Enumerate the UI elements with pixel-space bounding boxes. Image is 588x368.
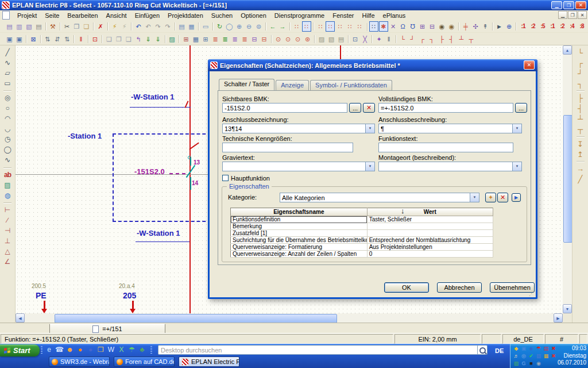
dropdown-arrow-icon[interactable]: ▼: [365, 124, 374, 133]
copy[interactable]: ❐: [72, 21, 82, 32]
graphical-preview[interactable]: ▭: [201, 21, 210, 32]
quicklaunch-app-blue[interactable]: ●: [86, 346, 95, 354]
connection-definition-point[interactable]: ✣: [471, 21, 480, 32]
property-value-cell[interactable]: [367, 223, 493, 230]
scroll-up-button[interactable]: ▲: [563, 45, 572, 55]
dropdown-arrow-icon[interactable]: ▼: [365, 162, 374, 171]
horizontal-scroll-thumb[interactable]: [55, 314, 337, 323]
sichtbares-bmk-field[interactable]: [222, 103, 347, 113]
sync-up[interactable]: ⇵: [53, 34, 62, 44]
property-name-cell[interactable]: Querverweisanzeige: Formatierung: [231, 244, 368, 251]
dimension-baseline[interactable]: ⊥: [2, 236, 13, 246]
resize-grip[interactable]: ⋰: [529, 290, 535, 297]
zoom-in[interactable]: ⊕: [235, 21, 244, 32]
parts-selection[interactable]: ✦: [374, 34, 384, 44]
property-delete-button[interactable]: ✕: [497, 193, 508, 202]
dialog-title-bar[interactable]: Eigenschaften (Schaltzeichen): Allgemein…: [208, 59, 537, 71]
vollstaendiges-bmk-browse-button[interactable]: ...: [515, 103, 527, 113]
tab-anzeige[interactable]: Anzeige: [276, 80, 309, 90]
scroll-right-button[interactable]: ▶: [554, 313, 563, 323]
menu-projektdaten[interactable]: Projektdaten: [164, 12, 207, 20]
page-new[interactable]: ❏: [105, 34, 114, 44]
t-node-down[interactable]: ┬: [467, 34, 476, 44]
window-new[interactable]: ▣: [15, 34, 24, 44]
tray-search[interactable]: ◎: [520, 352, 527, 359]
draw-line[interactable]: ╱: [2, 48, 13, 57]
tab-symbol-funktionsdaten[interactable]: Symbol- / Funktionsdaten: [310, 80, 392, 90]
scale-2-1[interactable]: :1: [548, 21, 557, 32]
quicklaunch-word[interactable]: W: [107, 346, 115, 354]
corner-down-left[interactable]: └: [575, 48, 586, 57]
tray-error[interactable]: ✖: [550, 345, 557, 352]
menu-hilfe[interactable]: Hilfe: [358, 12, 379, 20]
zoom-window[interactable]: ◯: [225, 21, 234, 32]
property-row[interactable]: Funktionsdefinition Taster, Schließer: [231, 216, 493, 223]
property-row[interactable]: Bemerkung: [231, 223, 493, 230]
menu-suchen[interactable]: Suchen: [207, 12, 237, 20]
property-name-cell[interactable]: Suchrichtung für die Übernahme des Betri…: [231, 237, 368, 244]
pointer-mode[interactable]: ►: [495, 21, 504, 32]
menu-projekt[interactable]: Projekt: [13, 12, 41, 20]
dropdown-arrow-icon[interactable]: ▼: [512, 124, 521, 133]
corner-up-left[interactable]: ┌: [575, 58, 586, 68]
language-indicator[interactable]: DE: [495, 347, 504, 354]
cable-label-bottom[interactable]: -W-Station 1: [137, 229, 180, 237]
child-close-button[interactable]: ✕: [578, 11, 587, 19]
station-box-label[interactable]: -Station 1: [68, 132, 102, 140]
interruption-point[interactable]: ↥: [575, 150, 586, 159]
property-value-cell[interactable]: [367, 230, 493, 237]
quicklaunch-umbrella[interactable]: ☂: [127, 346, 136, 354]
macro-box[interactable]: ⊟: [428, 21, 437, 32]
device-navigator[interactable]: ⊞: [181, 34, 191, 44]
device-tag-label[interactable]: -151S2.0: [134, 167, 165, 176]
grid-snap[interactable]: ∷: [302, 21, 311, 32]
minimize-button[interactable]: ▁: [551, 1, 562, 9]
structure-box[interactable]: [113, 133, 211, 222]
terminal-navigator[interactable]: ▦: [191, 34, 200, 44]
redo[interactable]: ↷: [153, 21, 163, 32]
project-close[interactable]: ▧: [25, 21, 34, 32]
object-snap[interactable]: ✱: [379, 21, 388, 32]
corner-up-right[interactable]: ┐: [428, 34, 437, 44]
menu-optionen[interactable]: Optionen: [237, 12, 270, 20]
property-name-cell[interactable]: Funktionsdefinition: [231, 216, 368, 223]
taskbar-button-eplan[interactable]: EPLAN Electric P8 - S...: [179, 356, 239, 367]
potential-label-205[interactable]: 205: [123, 291, 136, 300]
desktop-search-input[interactable]: [158, 345, 481, 355]
grid-size-4[interactable]: ∷: [345, 21, 354, 32]
menu-fenster[interactable]: Fenster: [328, 12, 358, 20]
graviertext-combo[interactable]: ▼: [222, 162, 375, 171]
menu-eplanus[interactable]: ePlanus: [379, 12, 410, 20]
draw-polyline[interactable]: ∿: [2, 58, 13, 68]
terminal-strip[interactable]: ⊞: [201, 34, 210, 44]
property-name-cell[interactable]: Querverweisanzeige: Anzahl der Zeilen / …: [231, 251, 368, 258]
switch-contact-lower[interactable]: [190, 177, 191, 190]
connection-slash[interactable]: ╱: [575, 174, 586, 184]
window-cascade[interactable]: ▣: [5, 34, 14, 44]
taskbar-button-cadde[interactable]: Foren auf CAD.de, E...: [114, 356, 175, 367]
montageort-combo[interactable]: ▼: [378, 162, 522, 171]
scale-2-4[interactable]: :4: [567, 21, 577, 32]
property-row[interactable]: Querverweisanzeige: Formatierung Aus Pro…: [231, 244, 493, 251]
swap-symbol[interactable]: ╳: [361, 34, 370, 44]
hatch-2[interactable]: ▧: [327, 34, 336, 44]
funktionstext-field[interactable]: [378, 143, 513, 152]
dimension-aligned[interactable]: ∕: [2, 216, 13, 225]
quicklaunch-excel[interactable]: X: [117, 346, 126, 354]
draw-rectangle[interactable]: ▭: [2, 79, 13, 89]
tray-teamviewer[interactable]: ◈: [528, 345, 535, 352]
child-minimize-button[interactable]: ▁: [558, 11, 567, 19]
dimension-chain[interactable]: ⊣: [2, 226, 13, 236]
child-restore-button[interactable]: ❐: [568, 11, 577, 19]
insert-text[interactable]: ab: [2, 170, 13, 180]
coordinate-input[interactable]: ⊕: [505, 21, 514, 32]
tray-google[interactable]: G: [520, 360, 527, 367]
potential-label-pe[interactable]: PE: [36, 291, 47, 300]
draw-sector[interactable]: ◷: [2, 135, 13, 144]
page-navigator[interactable]: ▤: [177, 21, 187, 32]
cable-diagram[interactable]: ≣: [240, 34, 249, 44]
tray-antivirus-ok[interactable]: ✔: [528, 352, 535, 359]
menu-bearbeiten[interactable]: Bearbeiten: [63, 12, 102, 20]
connection-arrow[interactable]: →: [575, 164, 586, 174]
t-node-left[interactable]: ├: [575, 93, 586, 103]
